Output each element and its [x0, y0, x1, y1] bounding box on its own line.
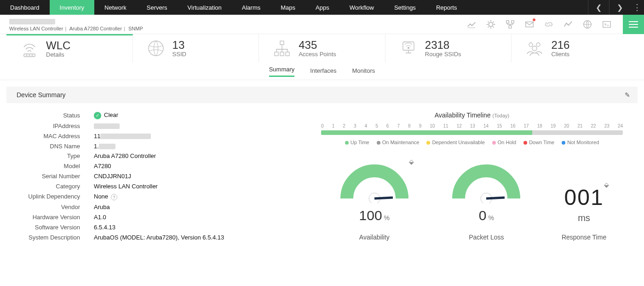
- svg-rect-2: [512, 21, 514, 23]
- mail-icon[interactable]: [524, 19, 535, 29]
- legend-item: Dependent Unavailable: [426, 140, 484, 145]
- status-check-icon: ✓: [94, 112, 101, 119]
- nav-virtualization[interactable]: Virtualization: [178, 0, 232, 15]
- svg-point-0: [489, 22, 493, 26]
- nav-maps[interactable]: Maps: [270, 0, 305, 15]
- gauge-options-icon-2[interactable]: ⬙: [604, 181, 609, 188]
- subheader: Wireless LAN Controller| Aruba A7280 Con…: [0, 15, 644, 34]
- gauge-resp-label: Response Time: [562, 233, 606, 241]
- nav-servers[interactable]: Servers: [137, 0, 178, 15]
- terminal-icon[interactable]: [602, 19, 612, 29]
- tab-monitors[interactable]: Monitors: [352, 67, 375, 77]
- gauge-avail-label: Availability: [338, 233, 411, 241]
- legend-item: Down Time: [523, 140, 554, 145]
- value-type: Aruba A7280 Controller: [94, 152, 318, 159]
- svg-point-18: [529, 43, 533, 47]
- tab-interfaces[interactable]: Interfaces: [310, 67, 336, 77]
- svg-point-11: [149, 41, 163, 56]
- value-mac: 11: [94, 133, 318, 140]
- gauge-response: ⬙ 001 ms Response Time: [562, 185, 606, 241]
- stat-ssid-label: SSID: [172, 51, 186, 58]
- nav-next-icon[interactable]: ❯: [609, 0, 630, 15]
- nav-reports[interactable]: Reports: [426, 0, 467, 15]
- gauge-packetloss: 0% Packet Loss: [449, 162, 523, 241]
- svg-rect-1: [506, 21, 509, 23]
- value-vendor: Aruba: [94, 204, 318, 210]
- label-model: Model: [11, 163, 80, 169]
- nav-inventory[interactable]: Inventory: [50, 0, 94, 15]
- value-category: Wireless LAN Controller: [94, 183, 318, 190]
- help-icon[interactable]: ?: [111, 194, 117, 200]
- svg-point-20: [532, 46, 537, 51]
- stat-clients-label: Clients: [551, 51, 569, 58]
- stat-wlc[interactable]: WLCDetails: [6, 34, 133, 63]
- trend-icon[interactable]: [563, 19, 573, 29]
- alarm-icon[interactable]: [486, 19, 496, 29]
- legend-item: Up Time: [345, 140, 369, 145]
- hamburger-icon[interactable]: [623, 15, 644, 34]
- content: Status ✓Clear IPAddress MAC Address 11 D…: [0, 103, 644, 245]
- nav-prev-icon[interactable]: ❮: [588, 0, 609, 15]
- clients-icon: [525, 39, 544, 58]
- wlc-icon: [20, 40, 39, 58]
- label-vendor: Vendor: [11, 204, 80, 210]
- nav-dashboard[interactable]: Dashboard: [0, 0, 50, 15]
- svg-rect-7: [24, 54, 35, 57]
- panel-title: Device Summary: [17, 91, 66, 99]
- ap-icon: [273, 39, 291, 58]
- crumb-type: Wireless LAN Controller: [9, 26, 63, 31]
- stat-rogue[interactable]: 2318Rouge SSIDs: [385, 34, 512, 63]
- nav-more-icon[interactable]: ⋮: [630, 0, 644, 15]
- globe-icon[interactable]: [582, 19, 592, 29]
- label-sw: Software Version: [11, 224, 80, 231]
- label-mac: MAC Address: [11, 133, 80, 140]
- avail-title: Availability Timeline (Today): [318, 111, 626, 119]
- tab-summary[interactable]: Summary: [269, 66, 295, 77]
- label-type: Type: [11, 152, 80, 159]
- breadcrumb: Wireless LAN Controller| Aruba A7280 Con…: [9, 26, 143, 31]
- stat-clients-value: 216: [551, 40, 569, 51]
- label-sysdesc: System Description: [11, 234, 80, 241]
- nav-workflow[interactable]: Workflow: [339, 0, 384, 15]
- timeline-bar: [321, 130, 623, 135]
- value-uplink: None?: [94, 193, 318, 200]
- chart-icon[interactable]: [466, 19, 477, 29]
- label-uplink: Uplink Dependency: [11, 193, 80, 200]
- svg-point-10: [32, 55, 33, 56]
- nav-network[interactable]: Network: [94, 0, 137, 15]
- nav-alarms[interactable]: Alarms: [232, 0, 270, 15]
- nav-apps[interactable]: Apps: [305, 0, 339, 15]
- svg-rect-13: [275, 52, 278, 56]
- top-nav: Dashboard Inventory Network Servers Virt…: [0, 0, 644, 15]
- legend-item: On Hold: [492, 140, 516, 145]
- svg-rect-6: [603, 22, 611, 28]
- svg-point-9: [29, 55, 30, 56]
- topology-icon[interactable]: [505, 19, 515, 29]
- gauge-resp-unit: ms: [562, 213, 606, 223]
- stat-clients[interactable]: 216Clients: [512, 34, 638, 63]
- stat-ap[interactable]: 435Access Points: [259, 34, 385, 63]
- stat-wlc-sub: Details: [46, 51, 70, 58]
- value-dns: 1.: [94, 143, 318, 150]
- edit-icon[interactable]: ✎: [625, 91, 630, 99]
- value-sysdesc: ArubaOS (MODEL: Aruba7280), Version 6.5.…: [94, 234, 318, 241]
- label-hw: Hardware Version: [11, 214, 80, 221]
- stat-ssid[interactable]: 13SSID: [133, 34, 259, 63]
- gauge-resp-value: 001: [562, 185, 606, 210]
- detail-tabs: Summary Interfaces Monitors: [0, 64, 644, 80]
- value-sw: 6.5.4.13: [94, 224, 318, 231]
- value-ip: [94, 123, 318, 129]
- svg-rect-12: [280, 41, 284, 45]
- gauge-options-icon[interactable]: ⬙: [409, 158, 414, 165]
- svg-rect-15: [286, 52, 289, 56]
- svg-point-17: [408, 47, 409, 49]
- label-serial: Serial Number: [11, 173, 80, 180]
- legend-item: Not Monitored: [562, 140, 599, 145]
- nav-settings[interactable]: Settings: [384, 0, 426, 15]
- svg-point-8: [26, 55, 27, 56]
- svg-rect-4: [526, 22, 534, 27]
- stat-wlc-title: WLC: [46, 40, 70, 51]
- gauge-availability: ⬙ 100% Availability: [338, 162, 411, 241]
- svg-point-19: [536, 43, 540, 47]
- link-icon[interactable]: [544, 19, 554, 29]
